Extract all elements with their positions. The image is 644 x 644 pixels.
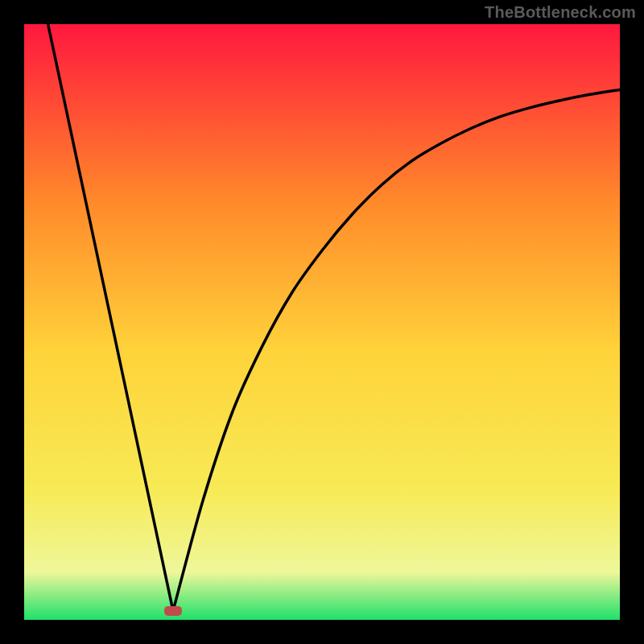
plot-svg [24,24,620,620]
vertex-marker [164,606,182,616]
gradient-background [24,24,620,620]
plot-area [24,24,620,620]
chart-stage: TheBottleneck.com [0,0,644,644]
watermark-text: TheBottleneck.com [485,3,636,22]
